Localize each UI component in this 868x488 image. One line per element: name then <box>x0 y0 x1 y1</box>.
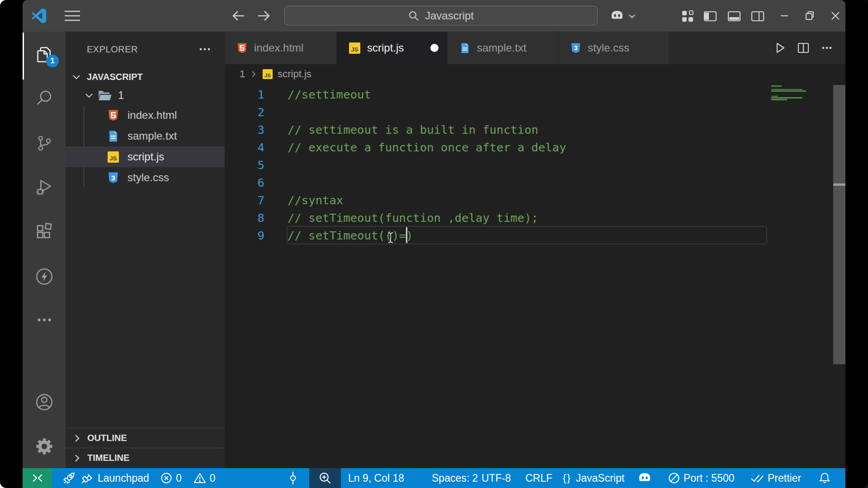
timeline-panel-header[interactable]: TIMELINE <box>66 448 225 468</box>
file-row-script-js[interactable]: JS script.js <box>66 146 225 167</box>
explorer-files-icon[interactable] <box>23 38 66 72</box>
file-row-style-css[interactable]: 3 style.css <box>66 167 225 188</box>
editor-scrollbar[interactable] <box>833 85 845 364</box>
plug-icon <box>80 472 93 484</box>
code-line: 7 //syntax <box>225 192 845 209</box>
thunder-client-icon[interactable] <box>23 259 66 294</box>
status-bar: Launchpad 0 <box>23 468 845 488</box>
run-and-debug-icon[interactable] <box>23 170 66 204</box>
code-line: 6 <box>225 174 845 192</box>
html-file-icon <box>107 109 119 122</box>
eol-status[interactable]: CRLF <box>525 468 552 488</box>
menu-hamburger-icon[interactable] <box>62 8 82 24</box>
line-number: 6 <box>225 174 264 192</box>
close-button[interactable] <box>828 8 843 23</box>
more-actions-icon[interactable] <box>820 41 834 55</box>
warning-count: 0 <box>210 472 216 484</box>
search-input[interactable]: Javascript <box>284 6 598 25</box>
code-line: 4 // execute a function once after a del… <box>225 139 845 156</box>
port-label: Port : 5500 <box>684 472 735 484</box>
line-text: //syntax <box>288 192 343 209</box>
title-bar: Javascript <box>23 0 845 32</box>
text-cursor <box>406 227 407 243</box>
tab-script-js[interactable]: JS script.js <box>337 32 448 64</box>
zoom-status-item[interactable] <box>309 468 341 488</box>
line-text: //settimeout <box>288 86 371 103</box>
forward-arrow-icon[interactable] <box>256 8 271 23</box>
code-line: 5 <box>225 156 845 174</box>
toggle-panel-icon[interactable] <box>727 9 741 23</box>
outline-label: OUTLINE <box>87 433 127 443</box>
toggle-secondary-sidebar-icon[interactable] <box>750 9 765 23</box>
tab-bar: index.html JS script.js <box>225 32 845 64</box>
circle-slash-icon <box>668 472 680 484</box>
rocket-icon <box>62 471 76 485</box>
remote-indicator[interactable] <box>23 468 52 488</box>
copilot-status-icon[interactable] <box>637 468 652 488</box>
timeline-label: TIMELINE <box>87 453 129 463</box>
tab-style-css[interactable]: 3 style.css <box>558 32 669 64</box>
tab-index-html[interactable]: index.html <box>225 32 337 64</box>
minimize-button[interactable] <box>777 8 792 23</box>
chevron-down-icon[interactable] <box>627 11 637 21</box>
prettier-status[interactable]: Prettier <box>750 468 801 488</box>
tab-sample-txt[interactable]: sample.txt <box>448 32 558 64</box>
file-row-sample-txt[interactable]: sample.txt <box>66 126 225 146</box>
search-view-icon[interactable] <box>23 81 66 115</box>
js-file-icon: JS <box>349 42 361 54</box>
code-editor[interactable]: 1 //settimeout 2 3 // settimeout is a bu… <box>225 84 845 468</box>
launchpad-status-item[interactable]: Launchpad <box>62 468 149 488</box>
restore-button[interactable] <box>802 8 817 23</box>
prettier-label: Prettier <box>768 472 801 484</box>
breadcrumb-folder[interactable]: 1 <box>240 68 245 80</box>
toggle-sidebar-icon[interactable] <box>703 9 717 23</box>
commit-indicator-icon[interactable] <box>287 468 299 488</box>
vscode-logo-icon[interactable] <box>31 8 47 24</box>
cursor-position-status[interactable]: Ln 9, Col 18 <box>348 468 404 488</box>
check-all-icon <box>750 472 764 484</box>
html-file-icon <box>236 42 248 54</box>
language-mode-status[interactable]: {} JavaScript <box>563 468 624 488</box>
notifications-bell-icon[interactable] <box>818 468 831 488</box>
breadcrumb-file[interactable]: script.js <box>278 68 311 80</box>
run-button[interactable] <box>773 41 787 55</box>
line-number: 8 <box>225 209 264 227</box>
language-label: JavaScript <box>576 472 624 484</box>
modified-dot-icon[interactable] <box>430 44 439 52</box>
error-count: 0 <box>176 472 182 484</box>
outline-panel-header[interactable]: OUTLINE <box>66 428 225 448</box>
minimap[interactable] <box>769 84 833 138</box>
overview-ruler-cursor-marker <box>833 183 845 186</box>
source-control-icon[interactable] <box>23 126 66 160</box>
encoding-status[interactable]: UTF-8 <box>481 468 511 488</box>
js-file-icon: JS <box>107 151 119 163</box>
live-server-port-status[interactable]: Port : 5500 <box>668 468 735 488</box>
launchpad-label: Launchpad <box>98 472 149 484</box>
account-icon[interactable] <box>23 385 66 419</box>
chevron-right-icon <box>72 454 81 463</box>
line-number: 4 <box>225 139 264 156</box>
error-circle-icon <box>160 472 172 484</box>
problems-status-item[interactable]: 0 0 <box>160 468 216 488</box>
line-text: // setTimeout(function ,delay time); <box>288 209 538 227</box>
more-views-icon[interactable] <box>23 303 66 337</box>
back-arrow-icon[interactable] <box>231 8 246 23</box>
tab-label: index.html <box>254 42 303 54</box>
split-editor-icon[interactable] <box>797 41 810 55</box>
file-row-index-html[interactable]: index.html <box>66 105 225 126</box>
svg-text:3: 3 <box>111 174 115 181</box>
svg-text:JS: JS <box>264 73 271 78</box>
explorer-more-actions-icon[interactable] <box>196 42 214 56</box>
settings-gear-icon[interactable] <box>23 429 66 464</box>
line-number: 2 <box>225 103 264 121</box>
copilot-icon[interactable] <box>610 9 624 23</box>
code-line: 9 // setTimeout(()=) <box>225 227 845 244</box>
extensions-icon[interactable] <box>23 214 66 249</box>
workspace-section[interactable]: JAVASCRIPT <box>66 67 225 87</box>
indentation-status[interactable]: Spaces: 2 <box>432 468 478 488</box>
folder-row[interactable]: 1 <box>66 85 225 106</box>
customize-layout-icon[interactable] <box>680 9 695 23</box>
code-line: 2 <box>225 103 845 121</box>
chevron-down-icon <box>71 72 81 82</box>
explorer-badge: 1 <box>46 55 59 67</box>
